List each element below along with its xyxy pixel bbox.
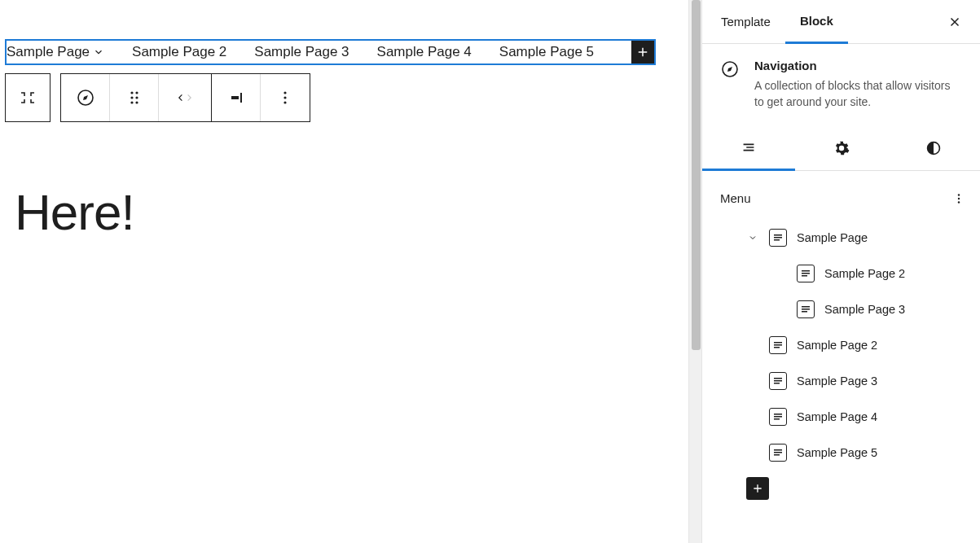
vertical-scrollbar[interactable] xyxy=(688,0,702,543)
tree-row[interactable]: Sample Page 5 xyxy=(719,435,970,471)
svg-point-15 xyxy=(958,201,960,203)
svg-point-14 xyxy=(958,197,960,199)
page-icon xyxy=(769,336,787,354)
page-icon xyxy=(797,265,815,282)
tree-row[interactable]: Sample Page xyxy=(719,220,970,256)
tab-block[interactable]: Block xyxy=(785,1,848,44)
inspector-subtabs xyxy=(702,127,980,171)
settings-tab[interactable] xyxy=(795,127,888,170)
menu-actions-button[interactable] xyxy=(947,187,970,210)
tree-row-label: Sample Page 4 xyxy=(797,410,877,423)
scrollbar-thumb[interactable] xyxy=(692,0,701,350)
nav-link-label: Sample Page 3 xyxy=(254,41,349,63)
page-icon xyxy=(769,408,787,426)
close-sidebar-button[interactable] xyxy=(938,6,971,38)
nav-link-label: Sample Page 2 xyxy=(132,41,226,63)
page-headline[interactable]: Here! xyxy=(15,183,134,241)
svg-rect-8 xyxy=(240,93,242,103)
styles-tab[interactable] xyxy=(887,127,980,170)
tree-row-label: Sample Page 3 xyxy=(824,303,905,316)
more-options-button[interactable] xyxy=(261,74,310,121)
tree-row[interactable]: Sample Page 2 xyxy=(719,327,970,363)
svg-point-2 xyxy=(135,91,138,94)
tree-row[interactable]: Sample Page 4 xyxy=(719,399,970,435)
svg-point-9 xyxy=(283,91,286,94)
tree-row-label: Sample Page 2 xyxy=(824,267,905,280)
tree-row-label: Sample Page 2 xyxy=(797,339,877,352)
nav-link-label: Sample Page 4 xyxy=(377,41,472,63)
nav-link[interactable]: Sample Page 5 xyxy=(499,41,602,63)
svg-point-1 xyxy=(130,91,133,94)
block-description: A collection of blocks that allow visito… xyxy=(754,77,962,111)
tree-row-label: Sample Page xyxy=(797,231,868,244)
page-icon xyxy=(769,229,787,247)
svg-point-6 xyxy=(135,101,138,103)
nav-link[interactable]: Sample Page 3 xyxy=(254,41,357,63)
nav-link[interactable]: Sample Page 4 xyxy=(377,41,480,63)
drag-handle-icon[interactable] xyxy=(110,74,159,121)
navigation-block[interactable]: Sample PageSample Page 2Sample Page 3Sam… xyxy=(5,39,656,65)
block-card: Navigation A collection of blocks that a… xyxy=(702,44,980,127)
parent-block-button[interactable] xyxy=(6,74,50,121)
block-toolbar xyxy=(5,73,310,122)
svg-point-10 xyxy=(283,96,286,99)
compass-icon xyxy=(720,59,740,80)
justify-button[interactable] xyxy=(212,74,261,121)
page-icon xyxy=(797,300,815,318)
svg-point-11 xyxy=(283,101,286,103)
settings-sidebar: Template Block Navigation A collection o… xyxy=(702,0,980,543)
chevron-down-icon xyxy=(93,46,104,58)
sidebar-tabs: Template Block xyxy=(702,0,980,44)
navigation-block-icon[interactable] xyxy=(61,74,110,121)
svg-point-13 xyxy=(958,194,960,195)
nav-link[interactable]: Sample Page 2 xyxy=(132,41,235,63)
svg-point-5 xyxy=(130,101,133,103)
add-menu-item-button[interactable] xyxy=(746,477,769,500)
tab-template[interactable]: Template xyxy=(706,0,785,43)
tree-row[interactable]: Sample Page 3 xyxy=(719,291,970,327)
tree-row-label: Sample Page 5 xyxy=(797,446,877,459)
svg-point-4 xyxy=(135,96,138,99)
page-icon xyxy=(769,372,787,390)
block-title: Navigation xyxy=(754,59,962,72)
tree-row-label: Sample Page 3 xyxy=(797,374,877,388)
tree-row[interactable]: Sample Page 3 xyxy=(719,363,970,399)
move-arrows-icon[interactable] xyxy=(159,74,211,121)
svg-rect-7 xyxy=(231,96,239,99)
menu-tree: Sample PageSample Page 2Sample Page 3Sam… xyxy=(702,220,980,513)
tree-row[interactable]: Sample Page 2 xyxy=(719,256,970,291)
list-view-tab[interactable] xyxy=(702,127,795,171)
nav-link[interactable]: Sample Page xyxy=(7,41,112,63)
svg-point-3 xyxy=(130,96,133,99)
menu-section-title: Menu xyxy=(720,191,751,205)
nav-link-label: Sample Page xyxy=(7,41,90,63)
page-icon xyxy=(769,444,787,462)
add-nav-item-button[interactable] xyxy=(631,41,654,63)
editor-canvas: Sample PageSample Page 2Sample Page 3Sam… xyxy=(0,0,688,543)
nav-link-label: Sample Page 5 xyxy=(499,41,594,63)
chevron-down-icon[interactable] xyxy=(746,233,759,243)
